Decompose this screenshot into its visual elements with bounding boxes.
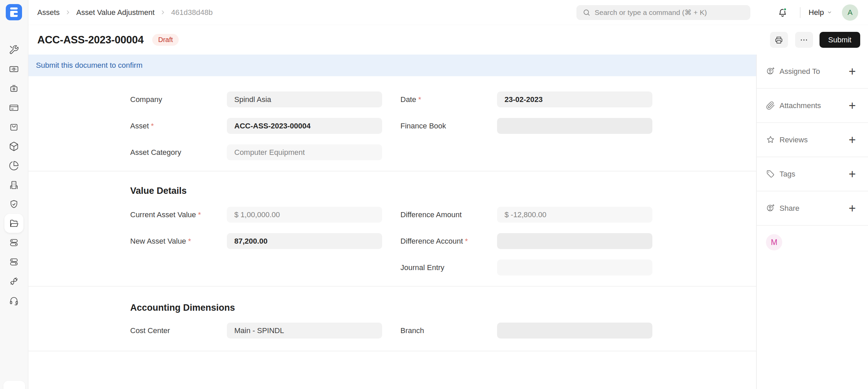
breadcrumb: Assets Asset Value Adjustment 461d38d48b xyxy=(37,8,213,17)
difference-account-field[interactable] xyxy=(497,233,652,249)
branch-label: Branch xyxy=(400,326,424,335)
section-divider xyxy=(28,171,756,171)
current-asset-value-label: Current Asset Value xyxy=(130,210,196,219)
credit-card-icon xyxy=(9,103,19,113)
viewer-avatar[interactable]: M xyxy=(766,234,782,250)
print-button[interactable] xyxy=(770,32,788,48)
add-tag-button[interactable]: + xyxy=(849,168,856,180)
sidebar-item-customization[interactable] xyxy=(4,252,23,271)
module-sidebar xyxy=(0,0,28,389)
share-label: Share xyxy=(780,204,800,213)
company-field[interactable]: Spindl Asia xyxy=(227,91,382,107)
shield-check-icon xyxy=(9,199,19,209)
journal-entry-label: Journal Entry xyxy=(400,263,445,272)
banner-text: Submit this document to confirm xyxy=(36,61,142,70)
difference-amount-field: $ -12,800.00 xyxy=(497,207,652,223)
sidebar-item-support[interactable] xyxy=(4,291,23,310)
share-section: Share + xyxy=(757,191,868,226)
asset-category-field: Computer Equipment xyxy=(227,144,382,160)
attachments-section: Attachments + xyxy=(757,89,868,123)
submit-button[interactable]: Submit xyxy=(820,32,860,48)
required-asterisk: * xyxy=(418,95,421,104)
section-divider xyxy=(28,351,756,351)
folder-icon xyxy=(9,218,19,228)
notifications-button[interactable] xyxy=(776,6,789,19)
sidebar-item-buying[interactable] xyxy=(4,117,23,137)
add-attachment-button[interactable]: + xyxy=(849,100,856,112)
toggles-icon xyxy=(9,257,19,267)
add-assignment-button[interactable]: + xyxy=(849,65,856,78)
user-plus-icon xyxy=(766,67,775,76)
required-asterisk: * xyxy=(188,237,191,245)
cost-center-label: Cost Center xyxy=(130,326,170,335)
help-menu[interactable]: Help xyxy=(809,8,832,17)
sidebar-item-integrations[interactable] xyxy=(4,271,23,291)
document-side-panel: Assigned To + Attachments + Reviews + Ta… xyxy=(756,55,868,389)
sidebar-item-tools[interactable] xyxy=(4,40,23,59)
breadcrumb-doctype[interactable]: Asset Value Adjustment xyxy=(76,8,155,17)
pie-chart-icon xyxy=(9,161,19,171)
submit-info-banner: Submit this document to confirm xyxy=(28,55,756,76)
new-asset-value-label: New Asset Value xyxy=(130,237,186,245)
tags-section: Tags + xyxy=(757,157,868,191)
attachments-label: Attachments xyxy=(780,101,821,110)
section-divider xyxy=(28,286,756,287)
branch-field[interactable] xyxy=(497,323,652,339)
company-label: Company xyxy=(130,95,162,104)
finance-book-field[interactable] xyxy=(497,118,652,134)
date-field[interactable]: 23-02-2023 xyxy=(497,91,652,107)
headset-icon xyxy=(9,295,19,306)
add-share-button[interactable]: + xyxy=(849,202,856,214)
difference-account-label: Difference Account xyxy=(400,237,463,245)
breadcrumb-assets[interactable]: Assets xyxy=(37,8,60,17)
sidebar-item-payables[interactable] xyxy=(4,98,23,117)
reviews-label: Reviews xyxy=(780,136,808,144)
new-asset-value-field[interactable]: 87,200.00 xyxy=(227,233,382,249)
topbar-divider xyxy=(800,7,801,18)
sidebar-item-assets[interactable] xyxy=(4,79,23,98)
toggles-icon xyxy=(9,238,19,248)
sidebar-item-analytics[interactable] xyxy=(4,156,23,175)
paperclip-icon xyxy=(766,101,775,110)
sidebar-bottom-tile xyxy=(3,381,25,389)
asset-category-label: Asset Category xyxy=(130,148,181,157)
cost-center-field[interactable]: Main - SPINDL xyxy=(227,323,382,339)
reviews-section: Reviews + xyxy=(757,123,868,157)
user-plus-icon xyxy=(766,204,775,213)
search-input[interactable] xyxy=(595,8,744,17)
add-review-button[interactable]: + xyxy=(849,134,856,146)
section-title-value-details: Value Details xyxy=(130,185,756,196)
plug-icon xyxy=(9,276,19,286)
page-title: ACC-ASS-2023-00004 xyxy=(37,34,143,46)
global-search[interactable] xyxy=(576,5,750,20)
sidebar-item-settings[interactable] xyxy=(4,233,23,252)
chevron-down-icon xyxy=(827,9,832,15)
status-badge: Draft xyxy=(152,34,178,46)
sidebar-item-quality[interactable] xyxy=(4,194,23,214)
app-window: Assets Asset Value Adjustment 461d38d48b… xyxy=(0,0,868,389)
shopping-bag-icon xyxy=(9,122,19,132)
chevron-right-icon xyxy=(160,9,166,16)
assigned-to-label: Assigned To xyxy=(780,67,820,76)
module-icon-rail xyxy=(0,40,28,310)
sidebar-item-company[interactable] xyxy=(4,175,23,194)
section-title-accounting-dimensions: Accounting Dimensions xyxy=(130,302,756,313)
difference-amount-label: Difference Amount xyxy=(400,210,462,219)
asset-field[interactable]: ACC-ASS-2023-00004 xyxy=(227,118,382,134)
header-actions: Submit xyxy=(763,32,860,48)
sidebar-item-payments[interactable] xyxy=(4,59,23,79)
required-asterisk: * xyxy=(465,237,468,245)
sidebar-item-projects-active[interactable] xyxy=(4,214,23,233)
more-menu-button[interactable] xyxy=(795,32,813,48)
page-header: ACC-ASS-2023-00004 Draft Submit xyxy=(28,25,868,55)
top-navbar: Assets Asset Value Adjustment 461d38d48b… xyxy=(28,0,868,25)
package-icon xyxy=(9,141,19,151)
tag-icon xyxy=(766,169,775,179)
app-logo[interactable] xyxy=(6,4,22,20)
journal-entry-field xyxy=(497,260,652,275)
sidebar-item-stock[interactable] xyxy=(4,137,23,156)
user-avatar[interactable]: A xyxy=(842,4,858,21)
finance-book-label: Finance Book xyxy=(400,122,446,130)
banknote-icon xyxy=(9,64,19,74)
chevron-right-icon xyxy=(65,9,71,16)
